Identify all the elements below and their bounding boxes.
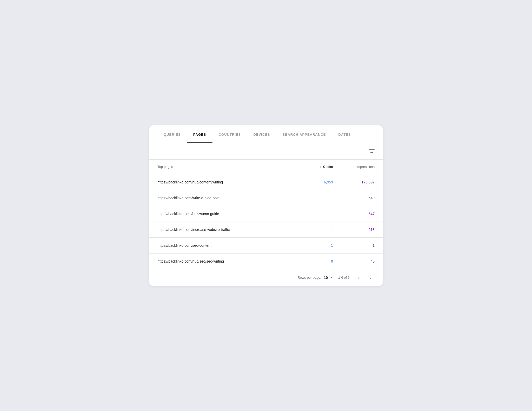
main-card: QUERIES PAGES COUNTRIES DEVICES SEARCH A… [149,125,383,286]
tab-dates[interactable]: DATES [332,125,357,143]
cell-page[interactable]: https://backlinko.com/increase-website-t… [157,228,291,232]
cell-impressions: 45 [333,259,375,263]
table-row: https://backlinko.com/seo-content 1 1 [149,238,383,254]
page-info: 1-6 of 6 [338,276,350,279]
filter-line-1 [369,149,375,150]
rows-per-page-value[interactable]: 10 [324,276,328,280]
cell-clicks: 6,959 [291,180,333,184]
rows-per-page-dropdown-icon[interactable]: ▼ [330,276,333,279]
cell-impressions: 176,597 [333,180,375,184]
cell-impressions: 1 [333,243,375,248]
table-body: https://backlinko.com/hub/content/writin… [149,174,383,269]
tab-search-appearance[interactable]: SEARCH APPEARANCE [276,125,332,143]
next-page-button[interactable]: › [367,274,375,281]
tabs-container: QUERIES PAGES COUNTRIES DEVICES SEARCH A… [149,125,383,143]
cell-page[interactable]: https://backlinko.com/seo-content [157,243,291,248]
table-row: https://backlinko.com/write-a-blog-post … [149,190,383,206]
table-row: https://backlinko.com/buzzsumo-guide 1 6… [149,206,383,222]
prev-page-button[interactable]: ‹ [355,274,362,281]
cell-impressions: 647 [333,212,375,216]
cell-page[interactable]: https://backlinko.com/hub/content/writin… [157,180,291,184]
table-row: https://backlinko.com/increase-website-t… [149,222,383,238]
table-header: Top pages ↓ Clicks Impressions [149,160,383,174]
cell-clicks: 1 [291,196,333,200]
filter-row [149,143,383,160]
tab-devices[interactable]: DEVICES [247,125,276,143]
sort-arrow-icon: ↓ [320,165,322,169]
table-row: https://backlinko.com/hub/seo/seo-writin… [149,254,383,269]
cell-clicks: 1 [291,228,333,232]
filter-button[interactable] [369,149,375,153]
col-header-clicks-label: Clicks [323,165,333,169]
cell-clicks: 0 [291,259,333,263]
filter-line-3 [370,152,373,153]
filter-line-2 [370,151,374,151]
cell-impressions: 649 [333,196,375,200]
rows-per-page-label: Rows per page: [297,276,321,279]
pagination: Rows per page: 10 ▼ 1-6 of 6 ‹ › [149,269,383,286]
cell-page[interactable]: https://backlinko.com/write-a-blog-post [157,196,291,200]
cell-page[interactable]: https://backlinko.com/buzzsumo-guide [157,212,291,216]
col-header-impressions: Impressions [333,165,375,169]
tab-queries[interactable]: QUERIES [157,125,187,143]
col-header-page: Top pages [157,165,291,169]
tab-pages[interactable]: PAGES [187,125,212,143]
col-header-clicks[interactable]: ↓ Clicks [291,165,333,169]
cell-clicks: 1 [291,212,333,216]
table-row: https://backlinko.com/hub/content/writin… [149,174,383,190]
cell-page[interactable]: https://backlinko.com/hub/seo/seo-writin… [157,259,291,263]
tab-countries[interactable]: COUNTRIES [212,125,247,143]
rows-per-page: Rows per page: 10 ▼ [297,276,333,280]
cell-clicks: 1 [291,243,333,248]
cell-impressions: 618 [333,228,375,232]
